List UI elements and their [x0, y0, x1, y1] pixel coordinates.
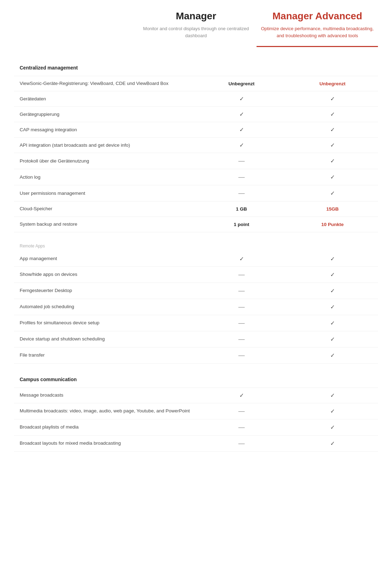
- spacer: [14, 232, 378, 238]
- check-icon: ✓: [330, 96, 335, 102]
- section-header-label: Campus communication: [14, 369, 378, 387]
- dash-icon: —: [238, 440, 245, 447]
- feature-label: File transfer: [14, 347, 196, 364]
- feature-label: Message broadcasts: [14, 387, 196, 403]
- table-row: API integration (start broadcasts and ge…: [14, 138, 378, 153]
- spacer: [14, 364, 378, 370]
- value-label-red: Unbegrenzt: [319, 81, 345, 86]
- dash-icon: —: [238, 157, 245, 164]
- table-cell: —: [196, 185, 287, 201]
- feature-label: Action log: [14, 169, 196, 185]
- section-label: Remote Apps: [14, 238, 378, 251]
- table-cell: —: [196, 267, 287, 283]
- check-icon: ✓: [330, 440, 335, 446]
- table-cell: Unbegrenzt: [287, 76, 378, 91]
- dash-icon: —: [238, 319, 245, 326]
- dash-icon: —: [238, 303, 245, 310]
- table-row: Broadcast playlists of media — ✓: [14, 419, 378, 435]
- table-cell: 1 point: [196, 217, 287, 232]
- table-cell: ✓: [287, 315, 378, 331]
- table-row: Device startup and shutdown scheduling —…: [14, 331, 378, 347]
- plan1-title: Manager: [176, 11, 216, 22]
- feature-label: ViewSonic-Geräte-Registrierung: ViewBoar…: [14, 76, 196, 91]
- table-row: Multimedia broadcasts: video, image, aud…: [14, 403, 378, 419]
- table-row: Gerätedaten ✓ ✓: [14, 91, 378, 107]
- section-header-label: Centralized management: [14, 58, 378, 76]
- table-row: Gerätegruppierung ✓ ✓: [14, 107, 378, 122]
- check-icon: ✓: [330, 288, 335, 294]
- table-row: System backup and restore 1 point 10 Pun…: [14, 217, 378, 232]
- value-label: 1 GB: [236, 206, 247, 212]
- table-row: Protokoll über die Gerätenutzung — ✓: [14, 153, 378, 169]
- dash-icon: —: [238, 352, 245, 359]
- table-cell: ✓: [287, 283, 378, 299]
- check-icon: ✓: [239, 142, 244, 148]
- table-cell: ✓: [196, 387, 287, 403]
- table-cell: Unbegrenzt: [196, 76, 287, 91]
- check-icon: ✓: [330, 127, 335, 133]
- table-row: Show/hide apps on devices — ✓: [14, 267, 378, 283]
- feature-label: Device startup and shutdown scheduling: [14, 331, 196, 347]
- check-icon: ✓: [330, 336, 335, 342]
- check-icon: ✓: [330, 320, 335, 326]
- check-icon: ✓: [330, 174, 335, 180]
- feature-label: Profiles for simultaneous device setup: [14, 315, 196, 331]
- table-cell: ✓: [287, 251, 378, 267]
- feature-label: Cloud-Speicher: [14, 201, 196, 217]
- plan2-title: Manager Advanced: [272, 11, 362, 22]
- table-row: Broadcast layouts for mixed media broadc…: [14, 435, 378, 451]
- header-col-advanced: Manager Advanced Optimize device perform…: [257, 11, 378, 47]
- table-cell: ✓: [196, 107, 287, 122]
- check-icon: ✓: [239, 392, 244, 398]
- check-icon: ✓: [239, 127, 244, 133]
- check-icon: ✓: [239, 111, 244, 117]
- table-cell: ✓: [287, 331, 378, 347]
- table-cell: 10 Punkte: [287, 217, 378, 232]
- dash-icon: —: [238, 336, 245, 343]
- feature-label: Broadcast layouts for mixed media broadc…: [14, 435, 196, 451]
- table-cell: —: [196, 435, 287, 451]
- table-cell: —: [196, 283, 287, 299]
- table-row: Message broadcasts ✓ ✓: [14, 387, 378, 403]
- table-row: Action log — ✓: [14, 169, 378, 185]
- header-col-manager: Manager Monitor and control displays thr…: [135, 11, 257, 47]
- section-header-row: Campus communication: [14, 369, 378, 387]
- table-row: File transfer — ✓: [14, 347, 378, 364]
- check-icon: ✓: [239, 256, 244, 262]
- table-cell: ✓: [196, 138, 287, 153]
- check-icon: ✓: [330, 190, 335, 196]
- table-cell: —: [196, 347, 287, 364]
- check-icon: ✓: [330, 408, 335, 414]
- table-cell: ✓: [196, 91, 287, 107]
- table-row: ViewSonic-Geräte-Registrierung: ViewBoar…: [14, 76, 378, 91]
- check-icon: ✓: [330, 142, 335, 148]
- table-cell: —: [196, 419, 287, 435]
- table-cell: ✓: [287, 387, 378, 403]
- table-cell: ✓: [196, 251, 287, 267]
- table-cell: ✓: [287, 185, 378, 201]
- plan1-desc: Monitor and control displays through one…: [135, 25, 257, 39]
- feature-label: API integration (start broadcasts and ge…: [14, 138, 196, 153]
- table-row: Profiles for simultaneous device setup —…: [14, 315, 378, 331]
- value-label: 1 point: [234, 222, 249, 227]
- feature-label: Multimedia broadcasts: video, image, aud…: [14, 403, 196, 419]
- feature-label: User permissions management: [14, 185, 196, 201]
- check-icon: ✓: [330, 272, 335, 278]
- feature-label: Protokoll über die Gerätenutzung: [14, 153, 196, 169]
- table-cell: ✓: [287, 435, 378, 451]
- value-label: Unbegrenzt: [228, 81, 254, 86]
- feature-label: CAP messaging integration: [14, 122, 196, 138]
- table-cell: ✓: [287, 299, 378, 315]
- check-icon: ✓: [330, 392, 335, 398]
- feature-label: Automated job scheduling: [14, 299, 196, 315]
- table-cell: —: [196, 169, 287, 185]
- comparison-header: Manager Monitor and control displays thr…: [14, 0, 378, 54]
- table-cell: —: [196, 153, 287, 169]
- dash-icon: —: [238, 190, 245, 197]
- comparison-table: Centralized management ViewSonic-Geräte-…: [14, 58, 378, 452]
- table-cell: —: [196, 331, 287, 347]
- feature-label: System backup and restore: [14, 217, 196, 232]
- table-cell: ✓: [287, 138, 378, 153]
- table-cell: ✓: [287, 267, 378, 283]
- dash-icon: —: [238, 173, 245, 180]
